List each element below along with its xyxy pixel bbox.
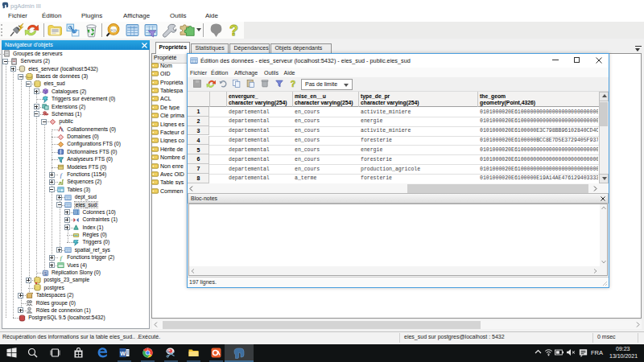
- svg-text:f: f: [60, 171, 63, 178]
- svg-text:S: S: [43, 270, 47, 275]
- svg-text:f: f: [60, 254, 63, 261]
- svg-text:?: ?: [229, 23, 238, 38]
- svg-text:SQL: SQL: [110, 28, 118, 32]
- svg-text:W: W: [120, 351, 126, 356]
- svg-text:?: ?: [290, 79, 295, 88]
